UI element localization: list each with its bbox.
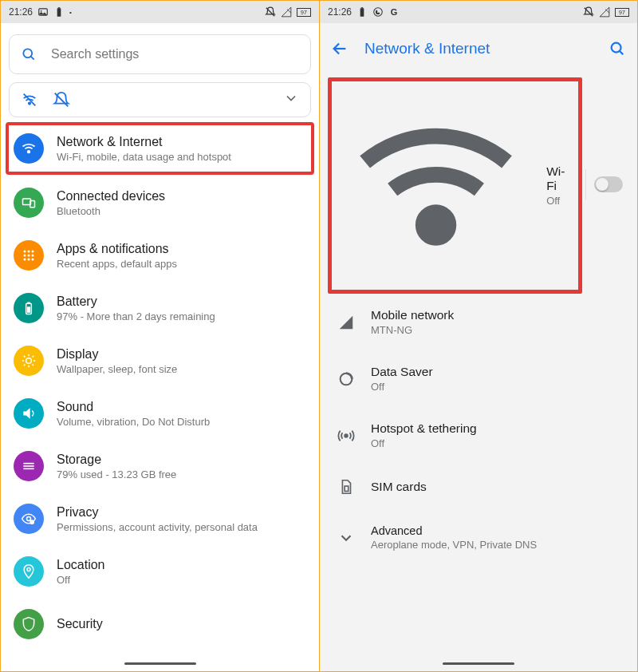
- net-sub: Off: [371, 381, 433, 393]
- status-bar-right: 21:26 G 97: [320, 1, 637, 23]
- setting-title: Security: [57, 617, 103, 631]
- setting-sound[interactable]: Sound Volume, vibration, Do Not Disturb: [9, 387, 311, 440]
- sound-icon: [14, 398, 44, 429]
- battery-pct: 97: [615, 8, 629, 17]
- battery-pct: 97: [297, 8, 311, 17]
- bell-off-quick-icon: [53, 91, 70, 109]
- datasaver-icon: [337, 370, 355, 388]
- net-item-wifi[interactable]: Wi-Fi Off: [328, 77, 582, 294]
- signal-icon: [599, 6, 610, 18]
- setting-title: Apps & notifications: [57, 242, 177, 256]
- status-time: 21:26: [9, 6, 33, 18]
- svg-point-16: [32, 251, 34, 253]
- setting-privacy[interactable]: Privacy Permissions, account activity, p…: [9, 492, 311, 545]
- privacy-icon: [14, 504, 44, 534]
- svg-point-51: [345, 434, 348, 437]
- net-title: Hotspot & tethering: [371, 421, 477, 436]
- svg-point-15: [28, 251, 30, 253]
- svg-line-7: [31, 57, 34, 60]
- net-sub: MTN-NG: [371, 324, 454, 336]
- chevron-down-icon: [337, 529, 355, 547]
- net-title: Data Saver: [371, 365, 433, 379]
- signal-icon: [281, 6, 292, 18]
- search-icon: [21, 46, 37, 62]
- devices-icon: [14, 188, 44, 218]
- setting-title: Privacy: [57, 505, 258, 520]
- setting-sub: Off: [57, 574, 105, 586]
- svg-rect-42: [361, 7, 363, 8]
- wifi-toggle[interactable]: [594, 176, 623, 192]
- setting-connected-devices[interactable]: Connected devices Bluetooth: [9, 176, 311, 229]
- setting-sub: 79% used - 13.23 GB free: [57, 468, 176, 480]
- setting-title: Location: [57, 558, 105, 572]
- svg-line-31: [24, 356, 26, 358]
- svg-point-43: [374, 8, 383, 17]
- whatsapp-icon: [372, 6, 384, 18]
- svg-rect-25: [27, 306, 30, 313]
- net-title: SIM cards: [371, 480, 427, 494]
- svg-point-14: [24, 251, 26, 253]
- setting-battery[interactable]: Battery 97% - More than 2 days remaining: [9, 282, 311, 334]
- setting-sub: 97% - More than 2 days remaining: [57, 310, 215, 322]
- setting-storage[interactable]: Storage 79% used - 13.23 GB free: [9, 440, 311, 492]
- svg-point-20: [24, 259, 26, 261]
- svg-point-22: [32, 259, 34, 261]
- net-item-datasaver[interactable]: Data Saver Off: [320, 350, 637, 407]
- svg-rect-52: [345, 486, 349, 491]
- chevron-down-icon: [283, 90, 299, 109]
- net-item-sim[interactable]: SIM cards: [320, 464, 637, 510]
- page-title: Network & Internet: [364, 40, 593, 57]
- svg-point-6: [23, 49, 32, 57]
- net-sub: Aeroplane mode, VPN, Private DNS: [371, 539, 537, 551]
- display-icon: [14, 346, 44, 376]
- svg-line-48: [620, 51, 623, 54]
- image-icon: [37, 6, 49, 18]
- svg-point-21: [28, 259, 30, 261]
- status-time: 21:26: [328, 6, 352, 18]
- net-item-advanced[interactable]: Advanced Aeroplane mode, VPN, Private DN…: [320, 510, 637, 565]
- svg-point-1: [41, 10, 42, 12]
- sim-icon: [337, 478, 355, 496]
- setting-title: Sound: [57, 400, 210, 414]
- bell-off-icon: [265, 6, 276, 18]
- apps-icon: [14, 240, 44, 271]
- hotspot-icon: [337, 427, 355, 445]
- setting-apps[interactable]: Apps & notifications Recent apps, defaul…: [9, 229, 311, 282]
- setting-title: Battery: [57, 294, 215, 309]
- search-settings[interactable]: Search settings: [9, 34, 311, 74]
- setting-security[interactable]: Security: [9, 598, 311, 642]
- search-icon[interactable]: [608, 40, 626, 57]
- net-sub: Off: [371, 437, 477, 449]
- svg-rect-2: [57, 8, 61, 16]
- setting-location[interactable]: Location Off: [9, 545, 311, 598]
- dot-icon: •: [69, 9, 72, 16]
- net-item-wifi-row: Wi-Fi Off: [323, 74, 629, 294]
- net-title: Advanced: [371, 524, 537, 537]
- security-icon: [14, 609, 44, 639]
- setting-title: Connected devices: [57, 189, 165, 204]
- setting-sub: Wi-Fi, mobile, data usage and hotspot: [57, 151, 231, 163]
- nav-gesture-bar[interactable]: [443, 662, 514, 665]
- net-sub: Off: [546, 195, 570, 207]
- svg-line-34: [33, 356, 34, 358]
- net-item-hotspot[interactable]: Hotspot & tethering Off: [320, 407, 637, 464]
- wifi-icon: [14, 133, 44, 164]
- quick-settings-card[interactable]: [9, 82, 311, 117]
- signal-cell-icon: [337, 314, 355, 331]
- svg-point-38: [27, 517, 31, 521]
- bell-off-icon: [583, 6, 594, 18]
- net-item-mobile[interactable]: Mobile network MTN-NG: [320, 294, 637, 350]
- svg-point-39: [30, 520, 33, 524]
- setting-display[interactable]: Display Wallpaper, sleep, font size: [9, 334, 311, 387]
- search-placeholder: Search settings: [51, 47, 139, 61]
- net-title: Mobile network: [371, 308, 454, 322]
- setting-title: Network & Internet: [57, 135, 231, 149]
- setting-sub: Volume, vibration, Do Not Disturb: [57, 416, 210, 428]
- setting-network-internet[interactable]: Network & Internet Wi-Fi, mobile, data u…: [6, 122, 314, 175]
- nav-gesture-bar[interactable]: [124, 662, 196, 665]
- svg-rect-41: [360, 8, 364, 16]
- net-title: Wi-Fi: [546, 164, 570, 193]
- back-arrow-icon[interactable]: [331, 40, 349, 57]
- svg-line-5: [287, 10, 291, 14]
- svg-rect-24: [27, 302, 30, 304]
